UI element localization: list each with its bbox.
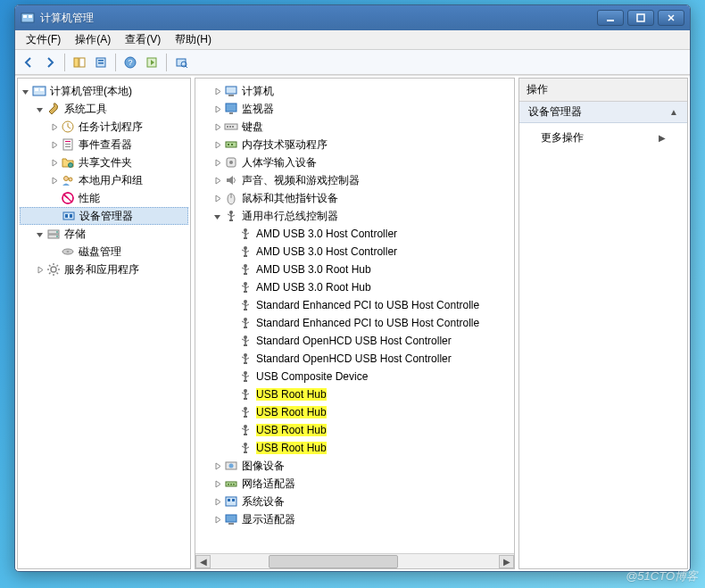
tree-item[interactable]: USB Root Hub [197, 385, 512, 403]
tree-item[interactable]: 事件查看器 [20, 136, 188, 153]
tree-item[interactable]: 设备管理器 [20, 207, 188, 225]
tree-expander[interactable] [212, 460, 222, 471]
tree-item[interactable]: 共享文件夹 [20, 153, 188, 171]
tree-item[interactable]: 显示适配器 [197, 510, 512, 528]
tree-item[interactable]: USB Root Hub [197, 403, 512, 421]
tree-item[interactable]: USB Root Hub [197, 439, 512, 457]
menu-help[interactable]: 帮助(H) [168, 32, 219, 47]
refresh-button[interactable] [142, 53, 162, 72]
tree-item[interactable]: 网络适配器 [197, 475, 512, 493]
menu-file[interactable]: 文件(F) [19, 32, 68, 47]
horizontal-scrollbar[interactable]: ◀ ▶ [195, 553, 514, 568]
tree-item[interactable]: 鼠标和其他指针设备 [197, 189, 512, 207]
tree-expander[interactable] [48, 157, 59, 168]
tree-item[interactable]: 本地用户和组 [20, 171, 188, 189]
tree-item[interactable]: AMD USB 3.0 Root Hub [197, 261, 512, 278]
usb-icon [238, 262, 253, 277]
tree-item[interactable]: 图像设备 [197, 457, 512, 475]
tree-item[interactable]: Standard Enhanced PCI to USB Host Contro… [197, 314, 512, 332]
tree-expander[interactable] [212, 175, 222, 186]
minimize-button[interactable] [597, 10, 624, 26]
tree-expander[interactable] [34, 264, 45, 275]
tree-expander[interactable] [212, 514, 222, 525]
tree-item-label: Standard OpenHCD USB Host Controller [256, 352, 452, 365]
tree-item[interactable]: USB Composite Device [197, 368, 512, 385]
close-button[interactable] [658, 10, 684, 26]
titlebar[interactable]: 计算机管理 [15, 5, 690, 30]
tree-item[interactable]: 系统工具 [20, 100, 188, 118]
svg-rect-29 [65, 214, 68, 218]
tree-expander[interactable] [34, 228, 45, 239]
tree-expander[interactable] [212, 139, 222, 150]
back-button[interactable] [19, 53, 38, 72]
tree-item[interactable]: 键盘 [197, 118, 512, 136]
scroll-left-button[interactable]: ◀ [195, 555, 211, 568]
scan-hardware-button[interactable] [171, 53, 191, 72]
tree-expander[interactable] [212, 211, 222, 221]
tree-item[interactable]: 磁盘管理 [20, 243, 188, 261]
svg-rect-90 [226, 515, 236, 522]
tree-item[interactable]: Standard Enhanced PCI to USB Host Contro… [197, 296, 512, 314]
device-tree[interactable]: 计算机监视器键盘内存技术驱动程序人体学输入设备声音、视频和游戏控制器鼠标和其他指… [195, 79, 514, 553]
tree-expander[interactable] [20, 86, 30, 96]
tree-expander[interactable] [212, 496, 222, 507]
tree-item[interactable]: 声音、视频和游戏控制器 [197, 171, 512, 189]
tree-item[interactable]: 计算机管理(本地) [20, 82, 188, 100]
tree-item[interactable]: 通用串行总线控制器 [197, 207, 512, 225]
help-button[interactable]: ? [120, 53, 140, 72]
tree-item[interactable]: Standard OpenHCD USB Host Controller [197, 350, 512, 368]
tree-item[interactable]: Standard OpenHCD USB Host Controller [197, 332, 512, 350]
tree-item[interactable]: 人体学输入设备 [197, 153, 512, 171]
menu-action[interactable]: 操作(A) [68, 32, 118, 47]
nav-tree[interactable]: 计算机管理(本地)系统工具任务计划程序事件查看器共享文件夹本地用户和组性能设备管… [18, 79, 190, 282]
tree-item[interactable]: AMD USB 3.0 Root Hub [197, 278, 512, 296]
tree-expander[interactable] [212, 157, 222, 168]
toolbar-separator [64, 54, 65, 71]
tree-item[interactable]: 系统设备 [197, 493, 512, 510]
properties-button[interactable] [91, 53, 111, 72]
tree-item-label: 声音、视频和游戏控制器 [242, 173, 360, 188]
scroll-track[interactable] [211, 555, 499, 568]
tree-item[interactable]: 存储 [20, 225, 188, 243]
show-hide-tree-button[interactable] [70, 53, 89, 72]
tree-expander[interactable] [48, 121, 59, 132]
tree-expander[interactable] [48, 139, 59, 150]
svg-rect-2 [29, 15, 32, 18]
scroll-right-button[interactable]: ▶ [499, 555, 514, 568]
tree-item[interactable]: 监视器 [197, 100, 512, 118]
device-tree-panel: 计算机监视器键盘内存技术驱动程序人体学输入设备声音、视频和游戏控制器鼠标和其他指… [195, 78, 515, 569]
svg-point-23 [69, 163, 73, 168]
window-title: 计算机管理 [40, 11, 597, 26]
actions-section[interactable]: 设备管理器 ▲ [519, 102, 687, 123]
tree-expander[interactable] [34, 104, 45, 114]
imaging-icon [224, 459, 238, 473]
toolbar-separator [115, 54, 116, 71]
forward-button[interactable] [40, 53, 60, 72]
scroll-thumb[interactable] [269, 555, 398, 568]
tree-expander[interactable] [212, 121, 222, 132]
tree-expander[interactable] [212, 478, 222, 489]
svg-rect-22 [65, 146, 70, 147]
tree-expander[interactable] [212, 193, 222, 203]
tree-item[interactable]: 计算机 [197, 82, 512, 100]
tree-item[interactable]: USB Root Hub [197, 421, 512, 439]
tree-item[interactable]: AMD USB 3.0 Host Controller [197, 243, 512, 261]
tree-item[interactable]: AMD USB 3.0 Host Controller [197, 225, 512, 243]
tree-expander[interactable] [48, 175, 59, 186]
tree-item[interactable]: 性能 [20, 189, 188, 207]
svg-rect-30 [70, 214, 72, 218]
svg-rect-74 [244, 398, 247, 400]
tree-item-label: AMD USB 3.0 Root Hub [256, 263, 371, 276]
tree-expander[interactable] [212, 86, 222, 96]
svg-rect-87 [226, 497, 236, 506]
tree-item-label: 存储 [64, 227, 86, 242]
tree-item[interactable]: 内存技术驱动程序 [197, 136, 512, 153]
maximize-button[interactable] [627, 10, 654, 26]
svg-rect-60 [244, 273, 247, 275]
more-actions-item[interactable]: 更多操作 ▶ [519, 123, 687, 153]
menu-view[interactable]: 查看(V) [118, 32, 168, 47]
tree-item[interactable]: 任务计划程序 [20, 118, 188, 136]
window-controls [597, 10, 684, 26]
tree-item[interactable]: 服务和应用程序 [20, 261, 188, 278]
tree-expander[interactable] [212, 104, 222, 114]
